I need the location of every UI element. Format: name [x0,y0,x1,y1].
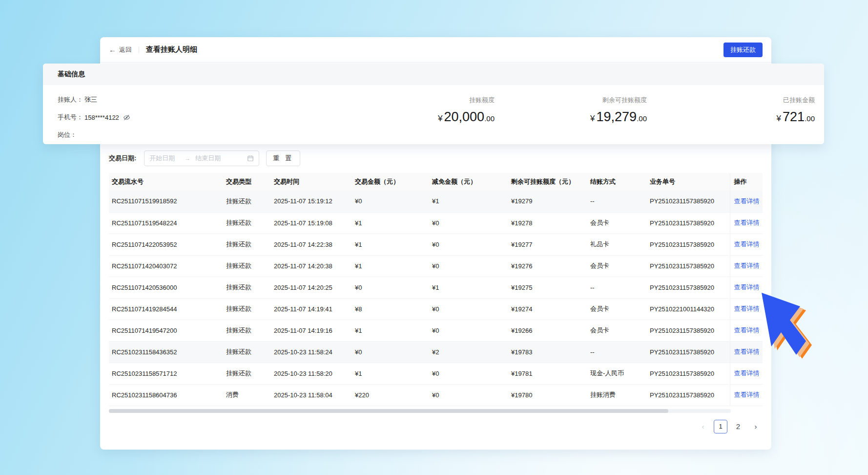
start-date-input[interactable]: 开始日期 [149,154,182,163]
filter-row: 交易日期: 开始日期 → 结束日期 重 置 [109,151,763,166]
table-row: RC2511071519548224挂账还款2025-11-07 15:19:0… [109,212,763,234]
cell-id: RC2510231158604736 [109,384,222,406]
cell-discount: ¥1 [428,191,507,212]
table-row: RC2510231158571712挂账还款2025-10-23 11:58:2… [109,363,763,384]
column-header-5: 减免金额（元） [428,173,507,191]
column-header-1: 交易流水号 [109,173,222,191]
stat-credit-limit: 挂账额度 ¥20,000.00 [438,96,495,144]
info-stats: 挂账额度 ¥20,000.00 剩余可挂账额度 ¥19,279.00 已挂账金额… [438,91,815,144]
reset-button[interactable]: 重 置 [266,151,300,166]
field-value: 张三 [84,95,97,104]
cell-type: 挂账还款 [222,212,270,234]
cell-type: 挂账还款 [222,363,270,384]
cell-method: 会员卡 [586,212,646,234]
view-detail-link[interactable]: 查看详情 [734,197,760,205]
cell-action: 查看详情 [730,298,763,320]
column-header-2: 交易类型 [222,173,270,191]
cell-type: 挂账还款 [222,255,270,277]
stat-outstanding-amount: 已挂账金额 ¥721.00 [647,96,815,144]
cell-id: RC2511071420403072 [109,255,222,277]
cell-type: 挂账还款 [222,277,270,298]
back-arrow-icon: ← [109,46,116,53]
field-account-holder: 挂账人： 张三 [58,91,438,108]
cell-order: PY2510231157385920 [646,234,730,255]
cell-method: 礼品卡 [586,234,646,255]
horizontal-scrollbar[interactable] [109,409,731,413]
table-row: RC2511071519918592挂账还款2025-11-07 15:19:1… [109,191,763,212]
info-card-title: 基础信息 [43,64,824,85]
cell-method: -- [586,191,646,212]
date-range-picker[interactable]: 开始日期 → 结束日期 [144,151,259,166]
column-header-4: 交易金额（元） [351,173,428,191]
cell-method: 会员卡 [586,320,646,341]
cell-type: 挂账还款 [222,191,270,212]
page-button-1[interactable]: 1 [714,420,727,433]
cell-order: PY2510231157385920 [646,384,730,406]
field-value: 158****4122 [84,114,119,121]
view-detail-link[interactable]: 查看详情 [734,305,760,312]
table-row: RC2510231158436352挂账还款2025-10-23 11:58:2… [109,341,763,363]
page-button-2[interactable]: 2 [731,420,745,433]
info-fields: 挂账人： 张三 手机号： 158****4122 岗位： [58,91,438,144]
cell-method: 会员卡 [586,298,646,320]
table-body: RC2511071519918592挂账还款2025-11-07 15:19:1… [109,191,763,406]
cell-remaining: ¥19780 [507,384,586,406]
range-separator-icon: → [185,155,190,162]
cell-id: RC2511071419284544 [109,298,222,320]
cell-remaining: ¥19783 [507,341,586,363]
stat-value: ¥19,279.00 [495,109,647,126]
cell-action: 查看详情 [730,384,763,406]
prev-page-button[interactable]: ‹ [696,420,710,433]
view-detail-link[interactable]: 查看详情 [734,219,760,226]
cell-id: RC2511071422053952 [109,234,222,255]
cell-time: 2025-11-07 15:19:08 [270,212,351,234]
cell-amount: ¥0 [351,191,428,212]
stat-value: ¥721.00 [647,109,815,126]
cell-type: 消费 [222,384,270,406]
cell-method: -- [586,277,646,298]
cell-order: PY2510221001144320 [646,298,730,320]
cell-amount: ¥1 [351,234,428,255]
cell-id: RC2510231158436352 [109,341,222,363]
column-header-3: 交易时间 [270,173,351,191]
cell-amount: ¥220 [351,384,428,406]
cell-id: RC2511071519918592 [109,191,222,212]
cell-discount: ¥0 [428,234,507,255]
cell-time: 2025-11-07 14:20:38 [270,255,351,277]
scrollbar-thumb[interactable] [109,409,668,413]
cell-discount: ¥0 [428,298,507,320]
view-detail-link[interactable]: 查看详情 [734,262,760,269]
view-detail-link[interactable]: 查看详情 [734,391,760,398]
stat-label: 挂账额度 [438,96,495,105]
view-detail-link[interactable]: 查看详情 [734,283,760,291]
page-title: 查看挂账人明细 [146,45,197,54]
stat-label: 剩余可挂账额度 [495,96,647,105]
repay-button[interactable]: 挂账还款 [723,43,763,57]
cell-order: PY2510231157385920 [646,320,730,341]
back-label: 返回 [119,45,132,54]
cell-id: RC2511071420536000 [109,277,222,298]
end-date-input[interactable]: 结束日期 [195,154,244,163]
calendar-icon [247,155,254,162]
cell-discount: ¥0 [428,320,507,341]
next-page-button[interactable]: › [749,420,763,433]
cell-order: PY2510231157385920 [646,191,730,212]
cell-action: 查看详情 [730,255,763,277]
eye-off-icon[interactable] [123,114,130,121]
cell-method: -- [586,341,646,363]
field-label: 手机号： [58,113,83,122]
cell-remaining: ¥19266 [507,320,586,341]
cell-method: 挂账消费 [586,384,646,406]
view-detail-link[interactable]: 查看详情 [734,369,760,377]
view-detail-link[interactable]: 查看详情 [734,348,760,355]
basic-info-card: 基础信息 挂账人： 张三 手机号： 158****4122 [43,64,824,144]
cell-remaining: ¥19277 [507,234,586,255]
view-detail-link[interactable]: 查看详情 [734,240,760,248]
view-detail-link[interactable]: 查看详情 [734,326,760,334]
page-background: ← 返回 查看挂账人明细 挂账还款 交易日期: 开始日期 → 结束日期 [0,0,868,475]
cell-action: 查看详情 [730,341,763,363]
cell-action: 查看详情 [730,363,763,384]
cursor-arrow-icon [762,293,813,360]
back-button[interactable]: ← 返回 [109,45,132,54]
field-label: 岗位： [58,130,77,139]
